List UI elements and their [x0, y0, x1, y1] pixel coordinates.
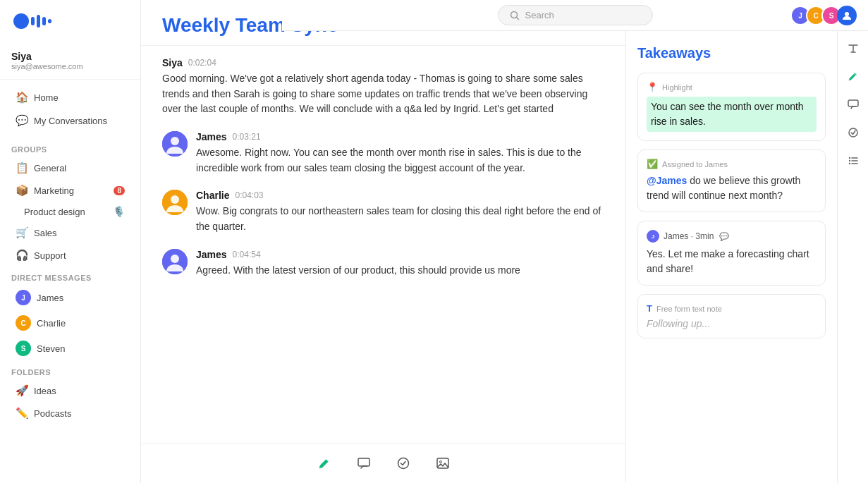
group-marketing[interactable]: 📦 Marketing 8 — [4, 180, 136, 201]
group-product-design-label: Product design — [24, 207, 85, 217]
message-sender-row-siya: Siya 0:02:04 — [162, 57, 604, 68]
message-charlie: Charlie 0:04:03 Wow. Big congrats to our… — [162, 190, 604, 234]
svg-rect-3 — [42, 17, 46, 25]
sidebar: Siya siya@awesome.com 🏠 Home 💬 My Conver… — [0, 0, 141, 483]
comment-sidebar-icon[interactable] — [842, 93, 864, 116]
folders-section-title: Folders — [0, 361, 140, 379]
takeaway-highlight: 📍 Highlight You can see the month over m… — [637, 73, 826, 141]
topbar: Search J C S — [282, 0, 868, 31]
group-general[interactable]: 📋 General — [4, 157, 136, 178]
chat-footer — [141, 443, 625, 483]
avatar-charlie-message — [162, 190, 188, 215]
highlight-icon — [317, 456, 331, 470]
group-support-label: Support — [34, 250, 66, 261]
podcasts-icon: ✏️ — [16, 407, 28, 420]
comment-button[interactable] — [351, 451, 377, 476]
svg-point-0 — [13, 13, 29, 29]
check-sidebar-icon[interactable] — [842, 121, 864, 144]
takeaway-assigned-label: ✅ Assigned to James — [647, 159, 817, 169]
message-body-charlie: Charlie 0:04:03 Wow. Big congrats to our… — [196, 190, 604, 234]
dm-james[interactable]: J James — [4, 286, 136, 310]
nav-home-label: Home — [34, 92, 59, 103]
user-profile: Siya siya@awesome.com — [0, 45, 140, 80]
marketing-icon: 📦 — [16, 184, 28, 197]
charlie-avatar-img — [162, 190, 188, 215]
chat-area: Weekly Team Sync Siya 0:02:04 Good morni… — [141, 0, 625, 483]
text-format-icon[interactable] — [842, 37, 864, 59]
group-sales[interactable]: 🛒 Sales — [4, 222, 136, 243]
note-t-icon: T — [647, 303, 652, 314]
highlight-sidebar-icon[interactable] — [842, 65, 864, 87]
highlight-label-text: Highlight — [662, 83, 692, 92]
dm-section-title: Direct Messages — [0, 267, 140, 285]
message-sender-row-james-2: James 0:04:54 — [196, 249, 604, 260]
nav-my-conversations[interactable]: 💬 My Conversations — [4, 109, 136, 132]
reply-text: Yes. Let me make a forecasting chart and… — [647, 247, 817, 276]
reply-comment-icon: 💬 — [719, 232, 729, 241]
avatar-james: J — [16, 290, 31, 305]
dm-james-label: James — [37, 293, 63, 303]
group-support[interactable]: 🎧 Support — [4, 245, 136, 266]
highlight-pin-icon: 📍 — [647, 82, 658, 92]
svg-rect-2 — [37, 15, 40, 27]
assigned-text: @James do we believe this growth trend w… — [647, 173, 817, 203]
takeaway-reply-label: J James · 3min 💬 — [647, 230, 817, 243]
folder-ideas-label: Ideas — [34, 386, 56, 396]
avatar-james-message-2 — [162, 249, 188, 274]
svg-point-21 — [848, 157, 850, 159]
marketing-badge: 8 — [114, 186, 125, 195]
check-button[interactable] — [391, 451, 416, 476]
message-text-james-2: Agreed. With the latest version of our p… — [196, 263, 604, 279]
group-product-design[interactable]: Product design 🎙️ — [4, 202, 136, 221]
mic-icon: 🎙️ — [113, 206, 125, 217]
assigned-mention: @James — [647, 175, 687, 186]
list-sidebar-icon[interactable] — [842, 149, 864, 172]
message-body-james-1: James 0:03:21 Awesome. Right now. You ca… — [196, 131, 604, 176]
svg-point-20 — [849, 128, 857, 137]
svg-point-15 — [398, 458, 408, 469]
message-siya: Siya 0:02:04 Good morning. We've got a r… — [162, 57, 604, 117]
svg-point-11 — [171, 195, 179, 204]
general-icon: 📋 — [16, 161, 28, 174]
sales-icon: 🛒 — [16, 226, 28, 239]
conversations-icon: 💬 — [16, 114, 28, 127]
folder-podcasts[interactable]: ✏️ Podcasts — [4, 403, 136, 424]
message-sender-siya: Siya — [162, 57, 183, 68]
svg-point-13 — [171, 255, 179, 263]
active-user-icon — [841, 9, 853, 22]
nav-home[interactable]: 🏠 Home — [4, 86, 136, 109]
message-james-2: James 0:04:54 Agreed. With the latest ve… — [162, 249, 604, 279]
reply-sender-name: James — [664, 231, 688, 241]
avatar-steven: S — [16, 341, 31, 356]
highlight-button[interactable] — [312, 451, 337, 476]
svg-rect-1 — [31, 17, 35, 25]
message-time-charlie: 0:04:03 — [235, 190, 263, 200]
reply-time: 3min — [695, 231, 714, 241]
message-sender-james-1: James — [196, 131, 227, 142]
avatar-james-message — [162, 131, 188, 157]
svg-point-23 — [848, 163, 850, 164]
dm-steven[interactable]: S Steven — [4, 336, 136, 360]
dm-charlie[interactable]: C Charlie — [4, 311, 136, 335]
search-icon — [510, 11, 520, 20]
assigned-check-icon: ✅ — [647, 159, 658, 169]
takeaways-title: Takeaways — [637, 45, 826, 61]
message-time-james-1: 0:03:21 — [233, 132, 261, 142]
folder-podcasts-label: Podcasts — [34, 408, 71, 419]
james-avatar-img — [162, 131, 188, 157]
reply-avatar: J — [647, 230, 659, 243]
center-wrapper: Search J C S — [141, 0, 868, 483]
takeaway-note[interactable]: T Free form text note Following up... — [637, 294, 826, 338]
svg-rect-14 — [358, 458, 369, 466]
user-name: Siya — [11, 51, 129, 62]
image-button[interactable] — [430, 451, 456, 476]
message-text-charlie: Wow. Big congrats to our northeastern sa… — [196, 204, 604, 234]
list-icon — [848, 155, 859, 166]
user-email: siya@awesome.com — [11, 62, 129, 71]
folder-ideas[interactable]: 🚀 Ideas — [4, 380, 136, 401]
svg-point-22 — [848, 160, 850, 161]
highlight-text: You can see the month over month rise in… — [647, 97, 817, 132]
search-bar[interactable]: Search — [498, 5, 653, 25]
note-input[interactable]: Following up... — [647, 318, 817, 329]
group-marketing-label: Marketing — [34, 185, 74, 196]
